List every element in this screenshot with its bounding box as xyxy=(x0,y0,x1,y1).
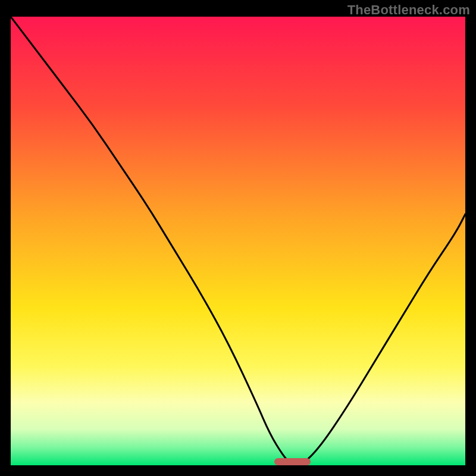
chart-frame: TheBottleneck.com xyxy=(0,0,476,476)
plot-area xyxy=(11,17,465,465)
watermark-text: TheBottleneck.com xyxy=(347,2,470,18)
plot-svg xyxy=(11,17,465,465)
gradient-rect xyxy=(11,17,465,465)
optimal-marker xyxy=(274,458,311,465)
